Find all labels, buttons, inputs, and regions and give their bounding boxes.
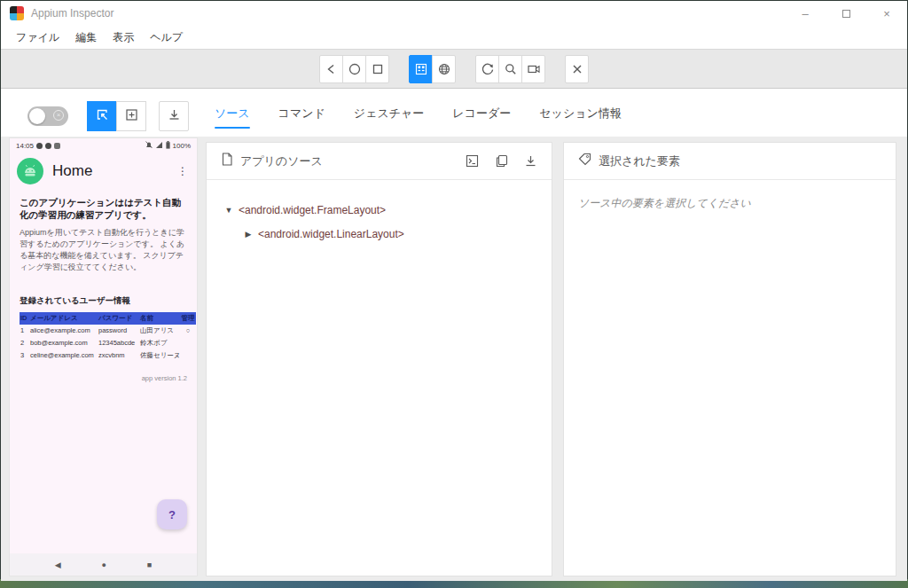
refresh-icon <box>481 62 495 76</box>
menu-edit[interactable]: 編集 <box>67 27 105 49</box>
title-bar: Appium Inspector – × <box>1 1 907 26</box>
status-app-icon <box>45 143 51 149</box>
device-home-button[interactable] <box>342 55 366 83</box>
interaction-mode-group <box>88 101 146 131</box>
native-app-mode-button[interactable] <box>409 55 433 83</box>
tree-node-label[interactable]: <android.widget.FrameLayout> <box>239 204 386 216</box>
nav-back-icon: ◀ <box>55 561 61 569</box>
user-table: ID メールアドレス パスワード 名前 管理 1 alice@example.c… <box>20 312 196 362</box>
phone-nav-bar: ◀ ● ■ <box>10 553 197 576</box>
download-screenshot-button[interactable] <box>159 101 189 131</box>
menu-file[interactable]: ファイル <box>8 27 67 49</box>
refresh-button[interactable] <box>475 55 499 83</box>
screen-record-button[interactable] <box>521 55 545 83</box>
mirroring-toggle[interactable]: × <box>27 106 68 126</box>
phone-app-bar: Home ⋮ <box>10 153 197 189</box>
app-description-title: このアプリケーションははテスト自動化の学習用の練習アプリです。 <box>20 196 187 221</box>
close-x-icon <box>571 63 583 75</box>
col-id: ID <box>20 312 29 325</box>
download-icon <box>167 107 182 126</box>
tab-source[interactable]: ソース <box>215 97 250 132</box>
nav-home-icon: ● <box>102 561 106 569</box>
close-button[interactable]: × <box>866 1 907 26</box>
caret-right-icon[interactable]: ▶ <box>239 230 258 239</box>
tab-commands[interactable]: コマンド <box>278 97 325 132</box>
minimize-button[interactable]: – <box>785 1 826 26</box>
user-table-header: ID メールアドレス パスワード 名前 管理 <box>20 312 196 325</box>
source-actions <box>466 154 537 168</box>
tree-node-linearlayout[interactable]: ▶ <android.widget.LinearLayout> <box>219 222 539 246</box>
table-row: 1 alice@example.com password 山田アリス ○ <box>20 325 196 337</box>
web-context-button[interactable] <box>432 55 456 83</box>
phone-screen-body: このアプリケーションははテスト自動化の学習用の練習アプリです。 Appiumを用… <box>10 189 197 553</box>
app-source-title: アプリのソース <box>240 153 323 169</box>
android-nav-button-group <box>319 55 389 83</box>
menu-view[interactable]: 表示 <box>105 27 142 49</box>
tab-recorder[interactable]: レコーダー <box>452 97 511 132</box>
appium-inspector-window: Appium Inspector – × ファイル 編集 表示 ヘルプ <box>1 1 907 581</box>
video-camera-icon <box>527 62 541 76</box>
device-toolbar <box>1 49 907 89</box>
screen: Appium Inspector – × ファイル 編集 表示 ヘルプ <box>0 0 908 588</box>
device-overview-button[interactable] <box>365 55 389 83</box>
device-screenshot-mirror[interactable]: 14:05 100% <box>9 137 198 576</box>
screenshot-controls: × <box>27 101 189 131</box>
file-text-icon <box>221 153 233 169</box>
tree-node-label[interactable]: <android.widget.LinearLayout> <box>258 228 404 240</box>
selected-element-panel: 選択された要素 ソース中の要素を選択してください <box>563 142 896 576</box>
status-app-icon <box>36 143 43 149</box>
search-button[interactable] <box>498 55 522 83</box>
col-password: パスワード <box>98 312 139 325</box>
phone-screen-title: Home <box>52 162 92 180</box>
download-xml-button[interactable] <box>524 154 537 168</box>
copy-xml-button[interactable] <box>495 154 508 168</box>
col-admin: 管理 <box>180 312 196 325</box>
window-title: Appium Inspector <box>31 7 114 20</box>
app-description-body: Appiumを用いてテスト自動化を行うときに学習するためのアプリケーションです。… <box>20 227 187 273</box>
tab-gestures[interactable]: ジェスチャー <box>354 97 425 132</box>
battery-percent: 100% <box>173 142 191 150</box>
battery-icon <box>166 141 170 151</box>
maximize-button[interactable] <box>826 1 866 26</box>
overflow-menu-icon: ⋮ <box>177 165 190 177</box>
selected-element-header: 選択された要素 <box>564 143 896 180</box>
android-robot-icon <box>17 158 43 184</box>
search-icon <box>504 62 518 76</box>
status-time: 14:05 <box>16 142 34 150</box>
tree-node-framelayout[interactable]: ▼ <android.widget.FrameLayout> <box>219 198 539 222</box>
table-row: 2 bob@example.com 12345abcde 鈴木ボブ <box>20 337 196 349</box>
app-source-panel: アプリのソース <box>206 142 552 576</box>
help-fab-button: ? <box>157 499 187 529</box>
app-grid-icon <box>414 62 428 76</box>
user-table-title: 登録されているユーザー情報 <box>20 295 187 307</box>
window-controls: – × <box>785 1 907 26</box>
circle-icon <box>348 62 362 76</box>
toggle-knob <box>29 108 45 124</box>
signal-icon <box>155 141 163 151</box>
selected-element-title: 選択された要素 <box>599 153 680 169</box>
tab-session-info[interactable]: セッション情報 <box>539 97 622 132</box>
session-action-group <box>475 55 545 83</box>
context-switch-group <box>409 55 456 83</box>
app-version-label: app version 1.2 <box>20 374 187 382</box>
menu-help[interactable]: ヘルプ <box>142 27 191 49</box>
toggle-attributes-button[interactable] <box>466 154 479 168</box>
notification-off-icon <box>145 141 153 151</box>
swipe-by-coordinates-button[interactable] <box>116 101 146 131</box>
quit-session-group <box>565 55 589 83</box>
select-elements-button[interactable] <box>87 101 117 131</box>
add-square-icon <box>124 107 139 126</box>
square-icon <box>371 62 385 76</box>
quit-session-button[interactable] <box>565 55 589 83</box>
toggle-off-icon: × <box>53 110 64 121</box>
col-name: 名前 <box>139 312 180 325</box>
nav-overview-icon: ■ <box>147 561 152 569</box>
inspector-tabs: ソース コマンド ジェスチャー レコーダー セッション情報 <box>215 97 622 132</box>
caret-down-icon[interactable]: ▼ <box>219 206 239 215</box>
select-element-hint: ソース中の要素を選択してください <box>564 180 896 227</box>
app-logo-icon <box>10 6 24 20</box>
phone-status-bar: 14:05 100% <box>10 138 197 153</box>
globe-icon <box>437 62 451 76</box>
col-email: メールアドレス <box>29 312 98 325</box>
device-back-button[interactable] <box>319 55 343 83</box>
